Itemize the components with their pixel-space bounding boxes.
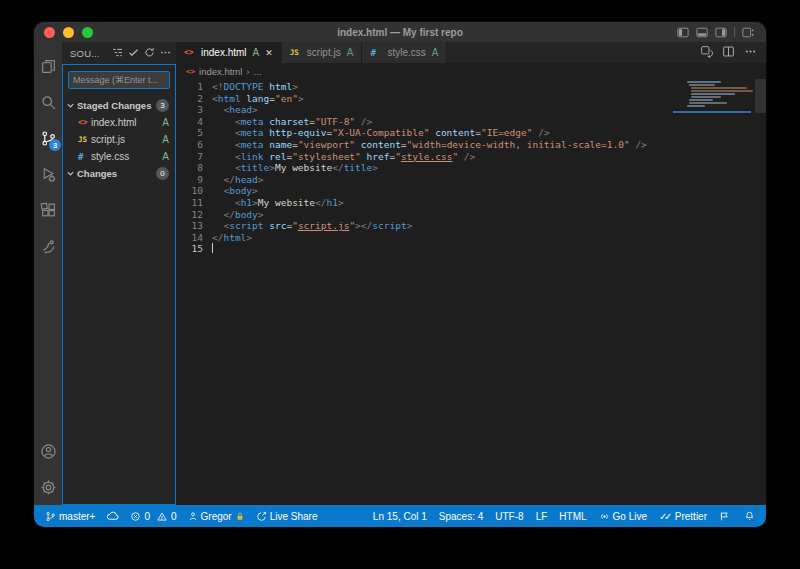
code-line[interactable]: 3 <head>	[176, 104, 766, 116]
view-as-tree-icon[interactable]	[112, 44, 123, 62]
git-status-added: A	[253, 47, 260, 58]
cloud-icon	[106, 511, 119, 521]
cursor-position[interactable]: Ln 15, Col 1	[373, 511, 427, 522]
scm-badge: 3	[49, 139, 61, 151]
settings-gear-icon[interactable]	[34, 469, 62, 505]
go-live-button[interactable]: Go Live	[599, 511, 647, 522]
more-actions-icon[interactable]	[744, 44, 757, 62]
extensions-icon[interactable]	[34, 192, 62, 228]
live-share-status[interactable]: Live Share	[256, 511, 318, 522]
explorer-icon[interactable]	[34, 48, 62, 84]
close-window-button[interactable]	[44, 27, 55, 38]
changes-section[interactable]: Changes 0	[63, 165, 175, 182]
line-number: 3	[176, 104, 203, 116]
breadcrumb[interactable]: <> index.html › ...	[176, 63, 766, 79]
code-line[interactable]: 13 <script src="script.js"></script>	[176, 220, 766, 232]
warning-count: 0	[171, 511, 177, 522]
vertical-scrollbar[interactable]	[755, 79, 766, 505]
line-number: 14	[176, 232, 203, 244]
live-share-label: Live Share	[270, 511, 318, 522]
titlebar-separator	[734, 27, 735, 37]
js-file-icon: JS	[290, 48, 303, 57]
zoom-window-button[interactable]	[82, 27, 93, 38]
minimap[interactable]	[687, 81, 753, 111]
code-text: </head>	[203, 174, 264, 186]
code-line[interactable]: 4 <meta charset="UTF-8" />	[176, 116, 766, 128]
staged-count-badge: 3	[156, 99, 169, 112]
error-count: 0	[144, 511, 150, 522]
staged-changes-section[interactable]: Staged Changes 3	[63, 97, 175, 114]
encoding-setting[interactable]: UTF-8	[495, 511, 523, 522]
html-file-icon: <>	[184, 48, 197, 57]
breadcrumb-file[interactable]: index.html	[199, 66, 242, 77]
sidebar-actions	[112, 44, 171, 62]
eol-setting[interactable]: LF	[536, 511, 548, 522]
toggle-panel-icon[interactable]	[696, 27, 708, 38]
prettier-status[interactable]: ✓✓ Prettier	[659, 511, 707, 522]
git-status-added: A	[347, 47, 354, 58]
open-changes-icon[interactable]	[700, 44, 713, 62]
code-line[interactable]: 14</html>	[176, 232, 766, 244]
toggle-secondary-sidebar-icon[interactable]	[715, 27, 727, 38]
branch-name: master+	[59, 511, 95, 522]
tab-style-css[interactable]: # style.css A	[362, 42, 447, 63]
run-debug-icon[interactable]	[34, 156, 62, 192]
refresh-icon[interactable]	[144, 44, 155, 62]
code-line[interactable]: 5 <meta http-equiv="X-UA-Compatible" con…	[176, 127, 766, 139]
code-line[interactable]: 1<!DOCTYPE html>	[176, 81, 766, 93]
sync-changes-button[interactable]	[106, 511, 119, 521]
staged-file-index-html[interactable]: <> index.html A	[63, 114, 175, 131]
line-number: 8	[176, 162, 203, 174]
chevron-down-icon	[66, 101, 75, 110]
feedback-button[interactable]	[719, 511, 730, 522]
git-status-added: A	[162, 134, 169, 145]
customize-layout-icon[interactable]	[742, 27, 754, 38]
staged-file-script-js[interactable]: JS script.js A	[63, 131, 175, 148]
commit-check-icon[interactable]	[128, 44, 139, 62]
toggle-sidebar-icon[interactable]	[677, 27, 689, 38]
text-cursor	[212, 243, 213, 253]
notifications-button[interactable]	[744, 510, 755, 522]
warning-icon	[156, 511, 168, 522]
scrollbar-thumb[interactable]	[755, 79, 766, 113]
commit-message-input[interactable]	[68, 71, 170, 89]
git-branch-status[interactable]: master+	[45, 511, 95, 522]
status-bar: master+ 0 0 Gregor Live Share Ln 15, Col…	[34, 505, 766, 527]
code-line[interactable]: 11 <h1>My website</h1>	[176, 197, 766, 209]
code-line[interactable]: 10 <body>	[176, 185, 766, 197]
accounts-icon[interactable]	[34, 433, 62, 469]
live-share-participant[interactable]: Gregor	[188, 511, 245, 522]
line-number: 6	[176, 139, 203, 151]
search-icon[interactable]	[34, 84, 62, 120]
breadcrumb-more[interactable]: ...	[254, 66, 262, 77]
lock-icon	[235, 511, 245, 522]
indentation-setting[interactable]: Spaces: 4	[439, 511, 483, 522]
tab-index-html[interactable]: <> index.html A ✕	[176, 42, 282, 63]
problems-status[interactable]: 0 0	[130, 511, 176, 522]
line-number: 7	[176, 151, 203, 163]
breadcrumb-chevron-icon: ›	[246, 66, 249, 77]
split-editor-icon[interactable]	[722, 44, 735, 62]
code-line[interactable]: 2<html lang="en">	[176, 93, 766, 105]
code-line[interactable]: 12 </body>	[176, 209, 766, 221]
code-line[interactable]: 15	[176, 243, 766, 255]
js-file-icon: JS	[78, 135, 91, 144]
window-controls	[34, 27, 93, 38]
editor-group: <> index.html A ✕ JS script.js A # style…	[176, 42, 766, 505]
activity-bar: 3	[34, 42, 62, 505]
code-line[interactable]: 9 </head>	[176, 174, 766, 186]
source-control-icon[interactable]: 3	[34, 120, 62, 156]
tab-script-js[interactable]: JS script.js A	[282, 42, 363, 63]
language-mode[interactable]: HTML	[559, 511, 586, 522]
live-share-icon[interactable]	[34, 228, 62, 264]
code-line[interactable]: 6 <meta name="viewport" content="width=d…	[176, 139, 766, 151]
code-line[interactable]: 7 <link rel="stylesheet" href="style.css…	[176, 151, 766, 163]
close-tab-icon[interactable]: ✕	[265, 48, 273, 58]
line-number: 9	[176, 174, 203, 186]
code-line[interactable]: 8 <title>My website</title>	[176, 162, 766, 174]
staged-file-style-css[interactable]: # style.css A	[63, 148, 175, 165]
more-actions-icon[interactable]	[160, 44, 171, 62]
minimize-window-button[interactable]	[63, 27, 74, 38]
code-editor[interactable]: 1<!DOCTYPE html>2<html lang="en">3 <head…	[176, 79, 766, 505]
code-lines[interactable]: 1<!DOCTYPE html>2<html lang="en">3 <head…	[176, 81, 766, 255]
